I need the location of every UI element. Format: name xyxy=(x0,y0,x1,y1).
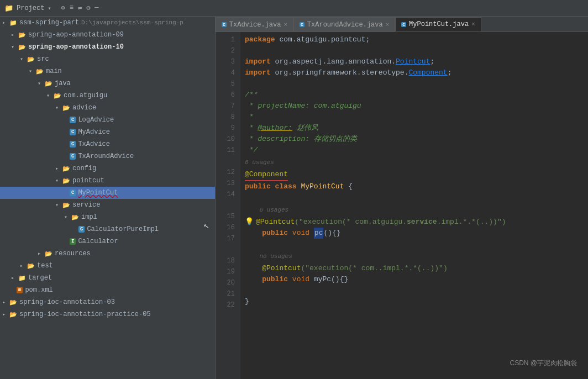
annotation-component: @Component xyxy=(245,169,288,181)
project-sidebar: 📁 ssm-spring-part D:\javaprojects\ssm-sp… xyxy=(0,17,216,379)
tab-class-icon: C xyxy=(222,22,227,27)
tab-close-button[interactable]: × xyxy=(471,21,475,28)
keyword-public2: public xyxy=(262,274,292,285)
keyword-public: public xyxy=(245,181,275,192)
sidebar-item-label: com.atguigu xyxy=(64,92,107,99)
code-line-14 xyxy=(245,192,584,203)
comment-author-prefix: * xyxy=(245,123,258,134)
sidebar-item-impl[interactable]: 📂 impl xyxy=(0,211,215,223)
project-label[interactable]: Project xyxy=(17,4,44,12)
code-line-20 xyxy=(245,285,584,296)
code-line-8: * xyxy=(245,112,584,123)
indent xyxy=(245,228,262,239)
sidebar-item-spring-ioc-practice[interactable]: 📂 spring-ioc-annotation-practice-05 xyxy=(0,308,215,320)
list-icon[interactable]: ≡ xyxy=(70,4,74,12)
sidebar-item-MyPointCut[interactable]: C MyPointCut xyxy=(0,187,215,199)
tab-txadvice[interactable]: C TxAdvice.java × xyxy=(216,17,293,31)
sidebar-item-src[interactable]: 📂 src xyxy=(0,53,215,65)
arrow-icon xyxy=(2,19,8,26)
arrow-icon xyxy=(55,165,61,172)
folder-icon: 📁 xyxy=(9,19,17,27)
tab-label: TxAroundAdvice.java xyxy=(307,21,383,29)
sidebar-item-spring-aop-09[interactable]: 📂 spring-aop-annotation-09 xyxy=(0,29,215,41)
sidebar-item-label: impl xyxy=(81,213,97,221)
class-icon: C xyxy=(70,190,76,196)
arrow-icon xyxy=(64,214,70,220)
sidebar-item-config[interactable]: 📂 config xyxy=(0,162,215,175)
comment-author-name: 赵伟风 xyxy=(292,123,318,134)
sidebar-item-TxAdvice[interactable]: C TxAdvice xyxy=(0,138,215,150)
sidebar-item-target[interactable]: 📁 target xyxy=(0,272,215,284)
arrow-icon xyxy=(46,92,52,99)
tab-txaroundadvice[interactable]: C TxAroundAdvice.java × xyxy=(293,17,395,31)
dropdown-arrow: ▾ xyxy=(48,5,51,12)
code-line-3: import org.aspectj.lang.annotation.Point… xyxy=(245,56,584,67)
sidebar-item-label: TxAroundAdvice xyxy=(78,152,134,160)
sync-icon[interactable]: ⇌ xyxy=(78,4,82,12)
code-line-21: } xyxy=(245,296,584,307)
sidebar-item-label: spring-ioc-annotation-03 xyxy=(19,298,115,306)
code-line-16: public void pc(){} xyxy=(245,228,584,239)
sidebar-item-MyAdvice[interactable]: C MyAdvice xyxy=(0,126,215,138)
sidebar-item-test[interactable]: 📂 test xyxy=(0,260,215,272)
sidebar-item-Calculator[interactable]: I Calculator xyxy=(0,235,215,248)
code-line-9: * @author: 赵伟风 xyxy=(245,123,584,134)
sidebar-item-TxAroundAdvice[interactable]: C TxAroundAdvice xyxy=(0,150,215,162)
collapse-icon[interactable]: — xyxy=(95,4,98,12)
sidebar-item-spring-aop-10[interactable]: 📂 spring-aop-annotation-10 xyxy=(0,41,215,53)
code-line-1: package com.atguigu.pointcut; xyxy=(245,34,584,45)
title-icons: ⊕ ≡ ⇌ ⚙ — xyxy=(61,4,98,12)
tab-label: TxAdvice.java xyxy=(229,21,281,29)
usage-hint-2: 6 usages xyxy=(245,203,584,217)
annotation-pointcut: @Pointcut xyxy=(256,217,295,228)
usage-hint-3: no usages xyxy=(245,250,584,263)
class-icon: C xyxy=(78,226,85,233)
folder-icon: 📂 xyxy=(62,104,70,112)
keyword-void: void xyxy=(292,228,314,239)
sidebar-item-pom-xml[interactable]: m pom.xml xyxy=(0,284,215,296)
arrow-icon xyxy=(38,80,43,87)
settings-icon[interactable]: ⚙ xyxy=(86,4,90,12)
code-container: 1 2 3 4 5 6 7 8 9 10 11 12 13 14 15 xyxy=(216,32,588,379)
sidebar-item-main[interactable]: 📂 main xyxy=(0,65,215,77)
sidebar-item-service[interactable]: 📂 service xyxy=(0,199,215,211)
tab-close-button[interactable]: × xyxy=(284,22,287,28)
brace-close: } xyxy=(245,296,249,307)
watermark: CSDN @芋泥肉松胸袋 xyxy=(510,359,577,368)
editor-area: C TxAdvice.java × C TxAroundAdvice.java … xyxy=(216,17,588,379)
arrow-icon xyxy=(20,56,25,62)
arrow-icon xyxy=(11,275,17,281)
new-icon[interactable]: ⊕ xyxy=(61,4,65,12)
sidebar-item-label: LogAdvice xyxy=(78,116,114,124)
comment-projectname: * projectName: com.atguigu xyxy=(245,101,361,112)
sidebar-item-LogAdvice[interactable]: C LogAdvice xyxy=(0,114,215,126)
method-body: (){} xyxy=(323,228,340,239)
sidebar-item-label: Calculator xyxy=(78,238,118,245)
folder-icon: 📂 xyxy=(27,262,35,270)
sidebar-item-com-atguigu[interactable]: 📂 com.atguigu xyxy=(0,90,215,102)
string-service: service xyxy=(407,217,437,228)
string-rest: .impl.*.*(..))") xyxy=(437,217,511,228)
folder-icon: 📂 xyxy=(62,202,70,209)
sidebar-item-java[interactable]: 📂 java xyxy=(0,77,215,90)
code-editor[interactable]: package com.atguigu.pointcut; import org… xyxy=(240,32,588,379)
sidebar-item-spring-ioc-03[interactable]: 📂 spring-ioc-annotation-03 xyxy=(0,296,215,308)
sidebar-item-CalculatorPureImpl[interactable]: C CalculatorPureImpl xyxy=(0,223,215,235)
hint-bulb-icon: 💡 xyxy=(245,217,254,228)
class-icon: C xyxy=(70,153,76,160)
sidebar-item-pointcut[interactable]: 📂 pointcut xyxy=(0,175,215,187)
arrow-icon xyxy=(55,177,61,184)
sidebar-item-ssm-spring-part[interactable]: 📁 ssm-spring-part D:\javaprojects\ssm-sp… xyxy=(0,17,215,29)
tab-close-button[interactable]: × xyxy=(386,22,390,28)
tab-mypointcut[interactable]: C MyPointCut.java × xyxy=(395,17,481,31)
sidebar-item-label: spring-aop-annotation-09 xyxy=(28,31,124,39)
code-line-11: */ xyxy=(245,145,584,156)
sidebar-item-label: pom.xml xyxy=(25,286,53,294)
import-class: Pointcut xyxy=(396,56,430,67)
arrow-icon xyxy=(11,44,17,50)
sidebar-item-label: spring-ioc-annotation-practice-05 xyxy=(19,310,151,318)
sidebar-item-resources[interactable]: 📂 resources xyxy=(0,248,215,260)
keyword-public: public xyxy=(262,228,292,239)
sidebar-item-advice[interactable]: 📂 advice xyxy=(0,102,215,114)
title-bar-left: 📁 Project ▾ ⊕ ≡ ⇌ ⚙ — xyxy=(4,4,99,13)
